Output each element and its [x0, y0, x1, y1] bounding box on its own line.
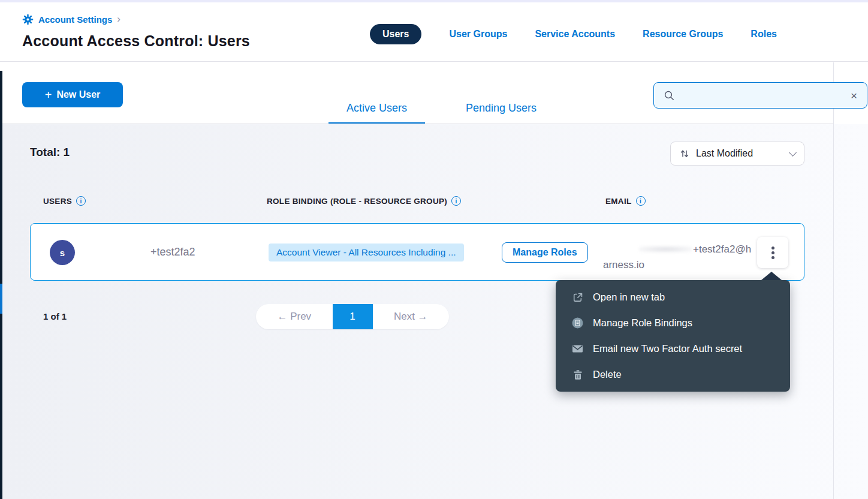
avatar: s [50, 240, 75, 265]
tab-users[interactable]: Users [370, 24, 421, 44]
user-name: +test2fa2 [150, 246, 195, 258]
content-right-divider [833, 62, 834, 499]
tab-pending-users[interactable]: Pending Users [448, 102, 554, 124]
pagination-summary: 1 of 1 [43, 311, 67, 321]
next-page-button[interactable]: Next → [373, 304, 450, 329]
info-icon[interactable] [451, 196, 461, 206]
menu-item-label: Manage Role Bindings [593, 317, 692, 329]
tab-user-groups[interactable]: User Groups [449, 29, 507, 40]
search-icon [664, 90, 675, 101]
tab-resource-groups[interactable]: Resource Groups [643, 29, 723, 40]
search-input[interactable] [681, 91, 845, 101]
user-email: +test2fa2@h arness.io [603, 242, 753, 273]
menu-item-manage-role-bindings[interactable]: Manage Role Bindings [556, 310, 790, 336]
role-binding-chip[interactable]: Account Viewer - All Resources Including… [269, 244, 464, 261]
manage-roles-button[interactable]: Manage Roles [502, 242, 588, 263]
menu-item-label: Delete [593, 369, 622, 380]
menu-item-delete[interactable]: Delete [556, 362, 790, 387]
email-line-2: arness.io [603, 259, 644, 270]
manage-role-bindings-icon [571, 317, 584, 329]
breadcrumb-chevron-icon: › [117, 13, 120, 25]
prev-page-button[interactable]: ← Prev [256, 304, 333, 329]
page-title: Account Access Control: Users [22, 32, 250, 50]
redacted-email-prefix [639, 246, 692, 252]
menu-item-email-new-2fa-secret[interactable]: Email new Two Factor Auth secret [556, 336, 790, 362]
total-count: Total: 1 [30, 146, 70, 159]
sort-arrows-icon [679, 148, 690, 159]
tab-roles[interactable]: Roles [751, 29, 777, 40]
info-icon[interactable] [636, 196, 646, 206]
breadcrumb[interactable]: Account Settings › [22, 13, 120, 25]
plus-icon: + [45, 89, 52, 101]
clear-search-icon[interactable]: × [851, 90, 857, 101]
page-header: Account Settings › Account Access Contro… [0, 2, 868, 62]
email-line-1: +test2fa2@h [693, 244, 751, 255]
delete-icon [571, 368, 584, 381]
info-icon[interactable] [76, 196, 86, 206]
new-user-button-label: New User [56, 89, 100, 100]
context-menu-caret [761, 272, 782, 280]
gear-icon [22, 14, 34, 25]
sidebar-active-indicator [0, 284, 2, 314]
user-state-tabs: Active Users Pending Users [328, 62, 554, 124]
search-box[interactable]: × [653, 82, 867, 109]
column-header-email: EMAIL [605, 196, 646, 206]
kebab-menu-icon [771, 251, 774, 254]
email-icon [571, 342, 584, 355]
column-header-role-binding: ROLE BINDING (ROLE - RESOURCE GROUP) [267, 196, 461, 206]
pagination: ← Prev 1 Next → [256, 304, 449, 329]
new-user-button[interactable]: + New User [22, 82, 123, 107]
sort-dropdown[interactable]: Last Modified [670, 142, 804, 166]
menu-item-open-in-new-tab[interactable]: Open in new tab [556, 284, 790, 310]
menu-item-label: Email new Two Factor Auth secret [593, 343, 742, 354]
menu-item-label: Open in new tab [593, 291, 665, 303]
tab-active-users[interactable]: Active Users [328, 102, 425, 124]
chevron-down-icon [789, 149, 797, 157]
sort-dropdown-value: Last Modified [696, 148, 784, 159]
column-header-users: USERS [43, 196, 86, 206]
current-page-button[interactable]: 1 [333, 304, 373, 329]
breadcrumb-link[interactable]: Account Settings [38, 14, 112, 25]
tab-service-accounts[interactable]: Service Accounts [535, 29, 615, 40]
row-options-button[interactable] [757, 237, 788, 268]
table-row[interactable]: s +test2fa2 Account Viewer - All Resourc… [30, 223, 804, 281]
row-context-menu: Open in new tab Manage Role Bindings Ema… [556, 280, 790, 392]
top-navigation: Users User Groups Service Accounts Resou… [370, 24, 777, 44]
open-in-new-tab-icon [571, 291, 584, 303]
